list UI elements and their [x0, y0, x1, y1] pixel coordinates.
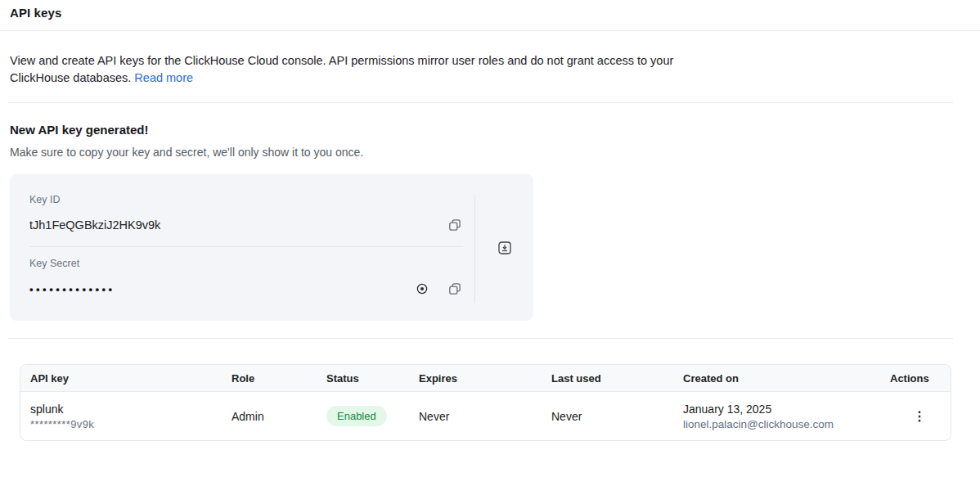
eye-icon: [416, 282, 429, 295]
read-more-link[interactable]: Read more: [134, 71, 193, 84]
last-used-cell: Never: [542, 410, 673, 423]
copy-secret-button[interactable]: [447, 281, 463, 297]
api-key-name: splunk: [30, 403, 222, 416]
download-icon: [497, 241, 512, 255]
key-secret-masked-value: •••••••••••••: [29, 283, 414, 295]
page-title: API keys: [10, 6, 980, 20]
divider-under-title: [0, 30, 980, 31]
table-row: splunk *********9v9k Admin Enabled Never…: [20, 392, 951, 440]
download-credentials-button[interactable]: [495, 238, 515, 258]
created-on-cell: January 13, 2025 lionel.palacin@clickhou…: [673, 403, 880, 430]
generated-key-panel: Key ID tJh1FeQGBkziJ2HK9v9k: [10, 174, 533, 321]
actions-cell: ⋮: [880, 408, 951, 425]
table-header-row: API key Role Status Expires Last used Cr…: [20, 365, 951, 392]
divider-under-description: [8, 102, 953, 103]
api-key-masked: *********9v9k: [30, 418, 222, 430]
api-keys-table: API key Role Status Expires Last used Cr…: [20, 364, 951, 441]
key-id-label: Key ID: [29, 194, 463, 205]
api-key-cell: splunk *********9v9k: [20, 403, 222, 430]
key-secret-label: Key Secret: [29, 258, 463, 269]
key-secret-field: Key Secret •••••••••••••: [29, 258, 463, 298]
row-actions-button[interactable]: ⋮: [910, 408, 929, 425]
col-header-actions: Actions: [880, 372, 951, 385]
field-divider: [29, 246, 463, 247]
col-header-last-used: Last used: [542, 372, 673, 385]
copy-key-id-button[interactable]: [447, 217, 463, 233]
key-fields: Key ID tJh1FeQGBkziJ2HK9v9k: [10, 174, 474, 321]
expires-cell: Never: [409, 410, 542, 423]
divider-above-table: [8, 338, 953, 339]
status-cell: Enabled: [317, 406, 409, 426]
kebab-menu-icon: ⋮: [913, 409, 926, 423]
created-date: January 13, 2025: [683, 403, 880, 416]
key-id-field: Key ID tJh1FeQGBkziJ2HK9v9k: [29, 194, 463, 234]
key-id-value: tJh1FeQGBkziJ2HK9v9k: [29, 218, 447, 232]
reveal-secret-button[interactable]: [414, 281, 430, 297]
col-header-api-key: API key: [20, 372, 222, 385]
col-header-created-on: Created on: [673, 372, 880, 385]
col-header-expires: Expires: [409, 372, 542, 385]
copy-icon: [448, 282, 461, 295]
page-description: View and create API keys for the ClickHo…: [10, 52, 677, 87]
col-header-status: Status: [317, 372, 409, 385]
created-by-email: lionel.palacin@clickhouse.com: [683, 418, 880, 430]
status-badge: Enabled: [326, 406, 387, 426]
page-description-text: View and create API keys for the ClickHo…: [10, 54, 673, 84]
col-header-role: Role: [222, 372, 317, 385]
role-cell: Admin: [222, 410, 317, 423]
new-key-banner-subtitle: Make sure to copy your key and secret, w…: [10, 146, 980, 159]
new-key-banner-title: New API key generated!: [10, 123, 980, 137]
copy-icon: [448, 218, 461, 232]
